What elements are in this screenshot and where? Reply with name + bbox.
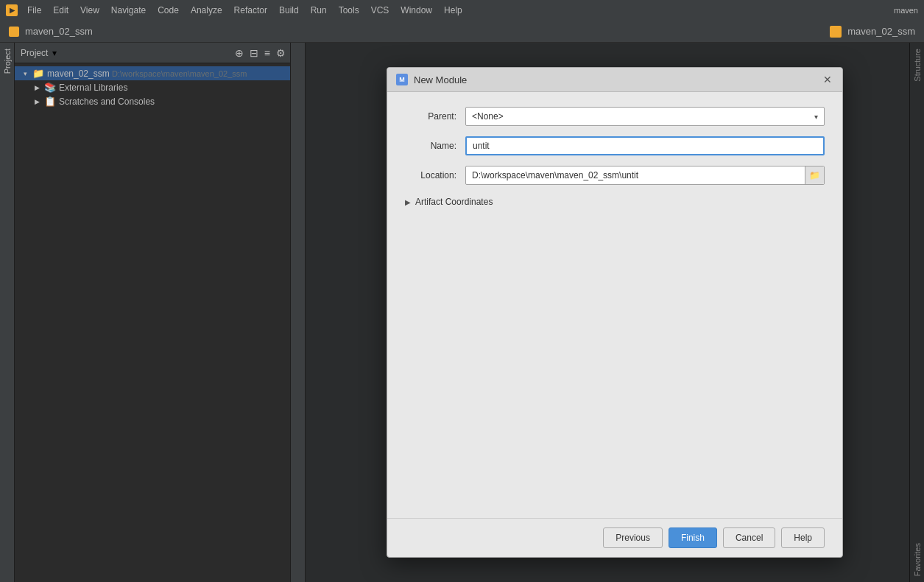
name-row: Name: — [405, 136, 825, 155]
ext-lib-icon: 📚 — [44, 82, 56, 93]
menu-vcs[interactable]: VCS — [366, 3, 395, 18]
menu-run[interactable]: Run — [306, 3, 332, 18]
project-panel: Project ▾ ⊕ ⊟ ≡ ⚙ − ▾ 📁 maven_02_ssm — [15, 43, 305, 582]
dialog-titlebar: M New Module ✕ — [387, 68, 842, 92]
expand-icon[interactable]: ≡ — [263, 46, 272, 60]
menu-file[interactable]: File — [22, 3, 46, 18]
location-browse-button[interactable]: 📁 — [805, 166, 824, 184]
collapse-all-icon[interactable]: ⊟ — [248, 46, 260, 60]
ext-lib-arrow: ▶ — [32, 84, 41, 91]
menu-edit[interactable]: Edit — [48, 3, 74, 18]
root-folder-icon: 📁 — [32, 68, 44, 79]
sidebar: Project Project ▾ ⊕ ⊟ ≡ ⚙ − ▾ — [0, 43, 306, 582]
add-icon[interactable]: ⊕ — [233, 46, 245, 60]
parent-control: <None> ▾ — [465, 107, 825, 126]
menubar: ▶ File Edit View Navigate Code Analyze R… — [0, 0, 924, 21]
tree-item-scratches[interactable]: ▶ 📋 Scratches and Consoles — [27, 94, 305, 108]
sidebar-tab-project[interactable]: Project — [1, 43, 14, 80]
finish-button[interactable]: Finish — [669, 527, 717, 548]
menu-code[interactable]: Code — [152, 3, 184, 18]
root-expand-arrow: ▾ — [21, 70, 29, 77]
panel-title: Project — [21, 48, 48, 58]
titlebar: maven_02_ssm maven_02_ssm — [0, 21, 924, 43]
menu-analyze[interactable]: Analyze — [186, 3, 228, 18]
app-title-icon — [9, 27, 19, 37]
dialog-title-text: New Module — [414, 74, 816, 85]
root-item-label: maven_02_ssm D:\workspace\maven\maven_02… — [47, 69, 299, 79]
dialog-backdrop: M New Module ✕ Parent: <None> ▾ — [306, 43, 924, 582]
name-label: Name: — [405, 141, 456, 151]
name-control — [465, 136, 825, 155]
dialog-title-icon: M — [396, 74, 408, 85]
tree-item-external-libraries[interactable]: ▶ 📚 External Libraries — [27, 80, 305, 94]
location-control: D:\workspace\maven\maven_02_ssm\untit 📁 — [465, 166, 825, 185]
parent-row: Parent: <None> ▾ — [405, 107, 825, 126]
dialog-body: Parent: <None> ▾ Name: — [387, 92, 842, 223]
dialog-footer: Previous Finish Cancel Help — [387, 518, 842, 557]
menu-window[interactable]: Window — [395, 3, 437, 18]
right-vertical-strip — [290, 43, 305, 582]
dropdown-arrow-icon: ▾ — [814, 113, 818, 121]
cancel-button[interactable]: Cancel — [723, 527, 775, 548]
artifact-expand-arrow[interactable]: ▶ — [405, 198, 411, 206]
app-icon: ▶ — [6, 4, 18, 16]
main-layout: Project Project ▾ ⊕ ⊟ ≡ ⚙ − ▾ — [0, 43, 924, 582]
panel-header-icons: ⊕ ⊟ ≡ ⚙ − — [233, 46, 299, 60]
scratches-label: Scratches and Consoles — [59, 97, 299, 107]
menu-help[interactable]: Help — [439, 3, 468, 18]
content-area: M New Module ✕ Parent: <None> ▾ — [306, 43, 924, 582]
menu-refactor[interactable]: Refactor — [229, 3, 272, 18]
root-item-path: D:\workspace\maven\maven_02_ssm — [112, 69, 247, 78]
new-module-dialog: M New Module ✕ Parent: <None> ▾ — [387, 67, 843, 558]
help-button[interactable]: Help — [781, 527, 825, 548]
location-text: D:\workspace\maven\maven_02_ssm\untit — [466, 170, 805, 180]
location-input-wrap: D:\workspace\maven\maven_02_ssm\untit 📁 — [465, 166, 825, 185]
app-title: maven_02_ssm — [25, 26, 93, 37]
maven-badge: maven — [894, 6, 918, 15]
parent-label: Parent: — [405, 111, 456, 122]
location-label: Location: — [405, 170, 456, 180]
ext-lib-label: External Libraries — [59, 83, 299, 93]
breadcrumb-icon — [830, 26, 842, 38]
menu-tools[interactable]: Tools — [334, 3, 364, 18]
project-tree: ▾ 📁 maven_02_ssm D:\workspace\maven\mave… — [15, 63, 305, 582]
location-row: Location: D:\workspace\maven\maven_02_ss… — [405, 166, 825, 185]
panel-header: Project ▾ ⊕ ⊟ ≡ ⚙ − — [15, 43, 305, 63]
scratches-icon: 📋 — [44, 96, 56, 107]
settings-icon[interactable]: ⚙ — [275, 46, 287, 60]
menu-view[interactable]: View — [75, 3, 105, 18]
name-input[interactable] — [465, 136, 825, 155]
left-vertical-strip: Project — [0, 43, 15, 582]
titlebar-right: maven_02_ssm — [830, 26, 915, 38]
parent-dropdown-value: <None> — [472, 111, 504, 122]
parent-dropdown[interactable]: <None> ▾ — [465, 107, 825, 126]
dialog-spacer — [387, 223, 842, 518]
menu-navigate[interactable]: Navigate — [106, 3, 151, 18]
artifact-label: Artifact Coordinates — [415, 197, 493, 207]
artifact-coordinates-row: ▶ Artifact Coordinates — [405, 195, 825, 208]
panel-arrow[interactable]: ▾ — [52, 48, 57, 58]
tree-root-item[interactable]: ▾ 📁 maven_02_ssm D:\workspace\maven\mave… — [15, 66, 305, 80]
breadcrumb-title: maven_02_ssm — [847, 26, 915, 37]
dialog-close-button[interactable]: ✕ — [822, 74, 833, 85]
previous-button[interactable]: Previous — [603, 527, 663, 548]
menu-build[interactable]: Build — [274, 3, 304, 18]
scratches-arrow: ▶ — [32, 98, 41, 105]
